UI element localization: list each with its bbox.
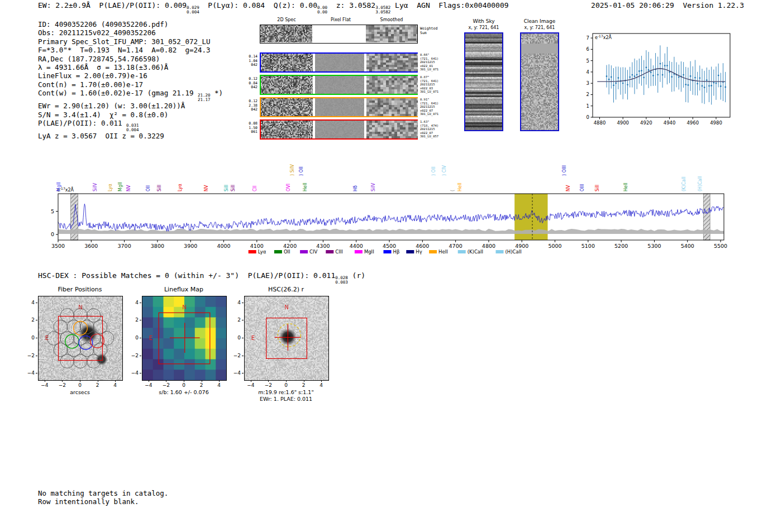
tick-label: 4	[113, 382, 117, 388]
tick-mark	[242, 373, 244, 373]
text-segment: EWr = 2.90(±1.20) (w: 3.00(±1.20))Å	[38, 102, 185, 110]
amp-id-line: 20211215	[420, 105, 438, 109]
tick-label: 4	[320, 382, 323, 388]
tick-label: −2	[27, 353, 35, 358]
tick-label: 2	[135, 317, 139, 323]
svg-text:5500: 5500	[714, 243, 727, 249]
info-line: Obs: 20211215v022_4090352206	[38, 28, 223, 37]
hsc-xlabel-2: EWr: 1. PLAE: 0.011	[260, 396, 312, 402]
svg-text:0: 0	[586, 114, 589, 120]
amp-row-weights: 0.081.50061	[245, 122, 258, 135]
footer-line-1: No matching targets in catalog.	[38, 489, 168, 497]
emission-line-label: ) OII	[431, 166, 436, 176]
svg-text:4900: 4900	[515, 243, 528, 249]
text-segment: LineFlux = 2.00(±0.79)e-16	[38, 71, 147, 80]
text-segment: P(LAE)/P(OII): 0.011	[38, 119, 126, 127]
stacked-uncertainty: 0.000.00	[317, 6, 327, 14]
amp-row	[260, 75, 418, 95]
info-line: S/N = 3.4(±1.4) χ² = 0.8(±0.0)	[38, 111, 223, 119]
uncertainty-low: 0.00	[317, 10, 327, 15]
amp-id-line: v022_01	[420, 64, 438, 68]
col-header-smoothed: Smoothed	[380, 17, 403, 22]
emission-line-label: HeII	[303, 183, 308, 191]
svg-text:4880: 4880	[594, 120, 606, 126]
tick-label: −2	[265, 382, 272, 388]
amp-id-line: 301_LU_071	[420, 112, 438, 116]
tick-mark	[115, 380, 116, 382]
tick-mark	[242, 356, 244, 356]
emission-line-fit-chart: 48804900492049404960498001234567e-17x2Å	[578, 27, 743, 133]
tick-label: 0	[135, 335, 139, 341]
tick-mark	[286, 380, 287, 382]
emission-line-label: NV	[126, 185, 131, 191]
tick-mark	[45, 380, 45, 382]
lineflux-xlabel: s/b: 1.60 +/- 0.076	[159, 389, 208, 395]
emission-line-label: Lyα	[108, 184, 113, 191]
hsc-dex-summary-line: HSC-DEX : Possible Matches = 0 (within +…	[38, 271, 365, 284]
svg-text:3500: 3500	[51, 243, 65, 249]
amp-id-line: 0.91"	[420, 98, 438, 102]
tick-label: −2	[233, 353, 241, 358]
amp-row-id: 0.91"(721, 641)20211215v022_07301_LU_071	[420, 98, 438, 116]
info-line: P(LAE)/P(OII): 0.011 0.0310.004	[38, 119, 223, 132]
with-sky-cutout	[464, 32, 503, 131]
emission-line-label: Lyα	[178, 184, 183, 191]
amp-id-line: (721, 641)	[420, 57, 438, 61]
text-segment: F=*3.0"* T=0.193 N=1.14 A=0.82 g=24.3	[38, 46, 211, 54]
tick-label: 2	[31, 317, 35, 323]
fiber-positions-image	[38, 296, 123, 381]
clean-image-cutout	[520, 32, 559, 131]
text-segment: *)	[211, 89, 223, 97]
tick-label: 4	[217, 382, 221, 388]
info-line: LineFlux = 2.00(±0.79)e-16	[38, 71, 223, 80]
emission-line-label: OIII	[580, 184, 585, 191]
tick-mark	[36, 320, 37, 320]
text-segment: Lyα AGN Flags:0x00400009	[390, 1, 508, 9]
text-segment: S/N = 3.4(±1.4) χ² = 0.8(±0.0)	[38, 111, 168, 119]
spec-strip-flat	[315, 98, 364, 116]
amp-id-line: v022_03	[420, 87, 438, 90]
amp-row-weights: 0.122.38042	[245, 99, 258, 112]
amp-id-line: 20211215	[420, 83, 438, 87]
fiber-xlabel: arcsecs	[70, 389, 90, 395]
tick-label: −2	[59, 382, 66, 388]
legend-swatch	[406, 250, 414, 253]
with-sky-image	[465, 33, 502, 130]
tick-mark	[98, 380, 98, 382]
svg-text:4960: 4960	[686, 120, 699, 126]
svg-text:5200: 5200	[614, 243, 628, 249]
weight-value: 042	[245, 108, 258, 112]
svg-text:2: 2	[586, 92, 589, 97]
emission-line-label: (H)CaII	[698, 176, 703, 191]
tick-label: 4	[237, 300, 241, 305]
weighted-sum-row	[260, 25, 418, 44]
spec-strip-noisy	[261, 98, 313, 116]
tick-mark	[149, 380, 149, 382]
weighted-sum-label-line: Sum	[420, 31, 437, 36]
header-summary-line: EW: 2.2±0.9Å P(LAE)/P(OII): 0.0090.0290.…	[38, 1, 509, 14]
svg-text:5000: 5000	[548, 243, 561, 249]
legend-swatch	[326, 250, 333, 253]
emission-line-label: SiIV	[371, 183, 376, 191]
svg-text:7: 7	[586, 35, 589, 41]
uncertainty-low: 0.004	[126, 128, 139, 132]
col-header-pixel-flat: Pixel Flat	[331, 17, 351, 22]
emission-line-label: SiII	[157, 185, 162, 191]
legend-label: (H)CaII	[506, 249, 522, 255]
tick-mark	[140, 303, 141, 303]
info-line: LyA z = 3.0567 OII z = 0.3229	[38, 132, 223, 140]
text-segment: HSC-DEX : Possible Matches = 0 (within +…	[38, 271, 335, 280]
legend-swatch	[300, 250, 308, 253]
tick-label: 2	[237, 317, 241, 323]
tick-mark	[140, 356, 141, 356]
tick-label: −4	[247, 382, 254, 388]
amp-id-line: 20211215	[420, 60, 438, 64]
text-segment: RA,Dec (187.728745,54.766598)	[38, 55, 160, 63]
tick-label: −2	[131, 353, 139, 358]
info-line: Cont(n) = 1.70(±0.00)e-17	[38, 80, 223, 89]
weighted-sum-label: WeightedSum	[420, 27, 437, 35]
tick-mark	[36, 338, 37, 338]
amp-row-id: 0.87"(721, 641)20211215v022_03301_LU_071	[420, 75, 438, 94]
legend-label: Hβ	[393, 249, 400, 255]
svg-text:4940: 4940	[664, 120, 676, 126]
